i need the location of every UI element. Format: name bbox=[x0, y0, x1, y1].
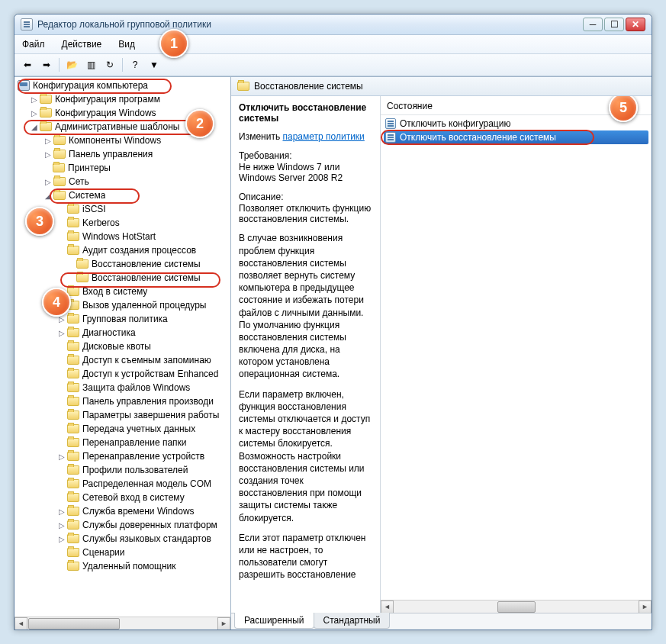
tree-item-label: Вход в систему bbox=[82, 286, 147, 297]
folder-icon bbox=[67, 342, 79, 351]
description-p4: Если этот параметр отключен или не настр… bbox=[239, 532, 372, 581]
tree-root[interactable]: Конфигурация компьютера bbox=[16, 79, 229, 92]
tree-scrollbar[interactable]: ◄ ► bbox=[14, 617, 230, 630]
tab-standard[interactable]: Стандартный bbox=[314, 613, 391, 629]
expander-icon[interactable]: ▷ bbox=[30, 95, 39, 104]
tree-item[interactable]: Передача учетных данных bbox=[16, 422, 229, 436]
tree-item-label: iSCSI bbox=[82, 204, 106, 214]
tree-item[interactable]: ▷Служба времени Windows bbox=[16, 504, 229, 518]
tree-item-label: Служба времени Windows bbox=[82, 506, 195, 517]
policy-settings-link[interactable]: параметр политики bbox=[282, 131, 364, 142]
tree-item-label: Панель управления производи bbox=[82, 396, 214, 407]
tree-item-label: Диагностика bbox=[82, 327, 136, 338]
callout-2: 2 bbox=[185, 109, 214, 138]
minimize-button[interactable]: ─ bbox=[583, 18, 603, 31]
folder-icon bbox=[67, 204, 79, 214]
filter-button[interactable]: ▼ bbox=[146, 56, 162, 73]
titlebar: Редактор локальной групповой политики ─ … bbox=[14, 14, 652, 35]
tree-item-label: Аудит создания процессов bbox=[82, 245, 196, 256]
tree-item-label: Службы доверенных платформ bbox=[82, 520, 217, 530]
folder-icon bbox=[67, 465, 79, 475]
tree-item[interactable]: ▷Конфигурация программ bbox=[16, 92, 229, 106]
tree-item[interactable]: Удаленный помощник bbox=[16, 559, 229, 573]
tree-item[interactable]: Перенаправление папки bbox=[16, 436, 229, 449]
description-p2: В случае возникновения проблем функция в… bbox=[239, 232, 372, 380]
folder-icon bbox=[67, 383, 79, 392]
expander-icon[interactable]: ▷ bbox=[57, 520, 66, 530]
close-button[interactable]: ✕ bbox=[626, 18, 645, 31]
tree-item[interactable]: ▷Диагностика bbox=[16, 326, 229, 340]
tree-item[interactable]: Панель управления производи bbox=[16, 394, 229, 408]
forward-button[interactable]: ➡ bbox=[38, 56, 55, 73]
folder-icon bbox=[53, 191, 66, 200]
tree-item-label: Kerberos bbox=[82, 217, 120, 228]
expander-icon[interactable]: ▷ bbox=[57, 534, 66, 543]
scroll-right-button[interactable]: ► bbox=[639, 601, 652, 613]
tab-extended[interactable]: Расширенный bbox=[234, 613, 314, 629]
tree-item[interactable]: Принтеры bbox=[16, 161, 229, 175]
scroll-left-button[interactable]: ◄ bbox=[14, 617, 27, 630]
scroll-right-button[interactable]: ► bbox=[217, 617, 230, 630]
menu-action[interactable]: Действие bbox=[59, 37, 105, 52]
tree-item[interactable]: ▷Службы языковых стандартов bbox=[16, 532, 229, 546]
folder-icon bbox=[67, 411, 79, 420]
setting-row-selected[interactable]: Отключить восстановление системы bbox=[384, 130, 648, 144]
setting-icon bbox=[385, 132, 396, 143]
expander-icon[interactable]: ◢ bbox=[43, 191, 53, 200]
menu-file[interactable]: Файл bbox=[19, 37, 48, 52]
properties-button[interactable]: ▥ bbox=[82, 56, 99, 73]
tree-item[interactable]: Доступ к съемным запоминаю bbox=[16, 353, 229, 367]
expander-icon[interactable]: ▷ bbox=[57, 452, 66, 461]
expander-icon[interactable]: ▷ bbox=[43, 150, 53, 159]
back-button[interactable]: ⬅ bbox=[19, 56, 36, 73]
tree-item[interactable]: Параметры завершения работы bbox=[16, 408, 229, 422]
expander-icon[interactable]: ▷ bbox=[57, 507, 66, 516]
tree-item-label: Профили пользователей bbox=[82, 465, 188, 475]
tree-body[interactable]: Конфигурация компьютера ▷Конфигурация пр… bbox=[14, 77, 230, 617]
expander-icon[interactable]: ▷ bbox=[57, 328, 66, 337]
folder-icon bbox=[67, 548, 79, 557]
tree-item[interactable]: Восстановление системы bbox=[16, 257, 229, 271]
tree-item[interactable]: Защита файлов Windows bbox=[16, 381, 229, 394]
folder-icon bbox=[40, 108, 52, 118]
tree-system[interactable]: ◢Система bbox=[16, 188, 229, 202]
settings-scrollbar[interactable]: ◄ ► bbox=[381, 600, 652, 613]
expander-icon[interactable]: ▷ bbox=[30, 108, 39, 118]
setting-row[interactable]: Отключить конфигурацию bbox=[384, 117, 648, 130]
right-header: Восстановление системы bbox=[231, 77, 652, 96]
refresh-button[interactable]: ↻ bbox=[101, 56, 118, 73]
tree-item-label: Сетевой вход в систему bbox=[82, 492, 185, 503]
maximize-button[interactable]: ☐ bbox=[604, 18, 624, 31]
folder-icon bbox=[67, 493, 79, 502]
tree-item[interactable]: Профили пользователей bbox=[16, 463, 229, 477]
tree-item[interactable]: Сетевой вход в систему bbox=[16, 491, 229, 504]
tree-item[interactable]: Сценарии bbox=[16, 546, 229, 559]
folder-icon bbox=[67, 534, 79, 543]
expander-icon[interactable]: ▷ bbox=[43, 136, 53, 145]
up-button[interactable]: 📂 bbox=[63, 56, 80, 73]
help-button[interactable]: ? bbox=[127, 56, 143, 73]
scroll-left-button[interactable]: ◄ bbox=[381, 601, 394, 613]
scroll-thumb[interactable] bbox=[497, 601, 536, 613]
scroll-thumb[interactable] bbox=[28, 618, 120, 630]
folder-icon bbox=[40, 122, 52, 131]
tree-item[interactable]: Дисковые квоты bbox=[16, 340, 229, 353]
folder-icon bbox=[67, 452, 79, 461]
tree-item[interactable]: Доступ к устройствам Enhanced bbox=[16, 367, 229, 381]
tree-item[interactable]: Восстановление системы bbox=[16, 271, 229, 285]
window-title: Редактор локальной групповой политики bbox=[37, 19, 583, 30]
tree-item[interactable]: ▷Службы доверенных платформ bbox=[16, 518, 229, 532]
requirements-text: Не ниже Windows 7 или Windows Server 200… bbox=[239, 162, 372, 183]
tree-item[interactable]: Аудит создания процессов bbox=[16, 243, 229, 257]
expander-icon[interactable]: ▷ bbox=[43, 177, 53, 186]
tree-item-label: Доступ к съемным запоминаю bbox=[82, 355, 211, 365]
menu-view[interactable]: Вид bbox=[115, 37, 138, 52]
folder-icon bbox=[67, 314, 79, 324]
tree-item-label: Перенаправление устройств bbox=[82, 451, 204, 462]
tree-item[interactable]: ▷Перенаправление устройств bbox=[16, 449, 229, 463]
tree-item[interactable]: Распределенная модель COM bbox=[16, 477, 229, 491]
tree-item[interactable]: ▷Сеть bbox=[16, 175, 229, 188]
tree-item-label: Защита файлов Windows bbox=[82, 382, 190, 393]
tree-item[interactable]: ▷Панель управления bbox=[16, 147, 229, 161]
expander-icon[interactable]: ◢ bbox=[30, 122, 39, 131]
